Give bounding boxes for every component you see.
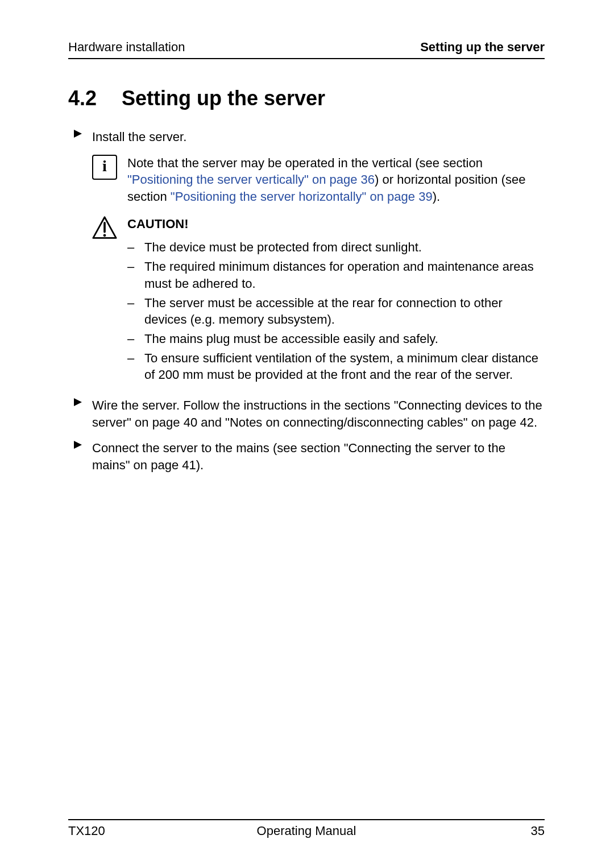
dash-icon: – [127, 258, 136, 292]
caution-block: CAUTION! –The device must be protected f… [92, 216, 545, 386]
header-right: Setting up the server [420, 40, 545, 55]
step-wire: Wire the server. Follow the instructions… [68, 397, 545, 431]
note-pre: Note that the server may be operated in … [127, 156, 483, 170]
header-left: Hardware installation [68, 40, 185, 55]
text-post: . [534, 415, 537, 429]
link-notes-cables[interactable]: "Notes on connecting/disconnecting cable… [225, 415, 534, 429]
footer-left: TX120 [68, 824, 105, 838]
list-text: The server must be accessible at the rea… [144, 295, 545, 328]
step-mains: Connect the server to the mains (see sec… [68, 440, 545, 473]
text-mid: and [197, 415, 225, 429]
dash-icon: – [127, 295, 136, 328]
caution-title: CAUTION! [127, 216, 545, 233]
note-text: Note that the server may be operated in … [127, 155, 545, 205]
list-item: –To ensure sufficient ventilation of the… [127, 350, 545, 383]
text-pre: Connect the server to the mains (see sec… [92, 441, 344, 455]
svg-marker-4 [74, 398, 82, 406]
svg-marker-5 [74, 441, 82, 449]
list-text: The required minimum distances for opera… [144, 258, 545, 292]
note-post: ). [433, 189, 440, 204]
list-item: –The mains plug must be accessible easil… [127, 330, 545, 348]
play-icon [68, 440, 82, 473]
step-install: Install the server. [68, 129, 545, 146]
list-text: The mains plug must be accessible easily… [144, 330, 438, 348]
play-icon [68, 129, 82, 146]
footer-center: Operating Manual [68, 824, 545, 838]
dash-icon: – [127, 239, 136, 256]
svg-point-3 [103, 234, 106, 237]
section-heading: 4.2 Setting up the server [68, 86, 545, 110]
note-block: i Note that the server may be operated i… [92, 155, 545, 205]
caution-icon [92, 216, 117, 386]
svg-marker-0 [74, 130, 82, 138]
list-item: –The device must be protected from direc… [127, 239, 545, 256]
section-number: 4.2 [68, 86, 97, 110]
dash-icon: – [127, 350, 136, 383]
info-icon: i [92, 155, 117, 205]
caution-body: CAUTION! –The device must be protected f… [127, 216, 545, 386]
section-title: Setting up the server [122, 86, 325, 110]
caution-list: –The device must be protected from direc… [127, 239, 545, 383]
page-footer: Operating Manual TX120 35 [68, 819, 545, 838]
list-text: The device must be protected from direct… [144, 239, 422, 256]
text-post: ). [196, 458, 204, 472]
list-text: To ensure sufficient ventilation of the … [144, 350, 545, 383]
page: Hardware installation Setting up the ser… [0, 0, 614, 868]
step-text: Wire the server. Follow the instructions… [92, 397, 545, 431]
list-item: –The required minimum distances for oper… [127, 258, 545, 292]
link-pos-horizontal[interactable]: "Positioning the server horizontally" on… [171, 189, 433, 204]
link-pos-vertical[interactable]: "Positioning the server vertically" on p… [127, 172, 375, 187]
text-pre: Wire the server. Follow the instructions… [92, 398, 394, 412]
step-text: Install the server. [92, 129, 186, 146]
page-header: Hardware installation Setting up the ser… [68, 40, 545, 59]
play-icon [68, 397, 82, 431]
footer-right: 35 [531, 824, 545, 838]
step-text: Connect the server to the mains (see sec… [92, 440, 545, 473]
dash-icon: – [127, 330, 136, 348]
list-item: –The server must be accessible at the re… [127, 295, 545, 328]
